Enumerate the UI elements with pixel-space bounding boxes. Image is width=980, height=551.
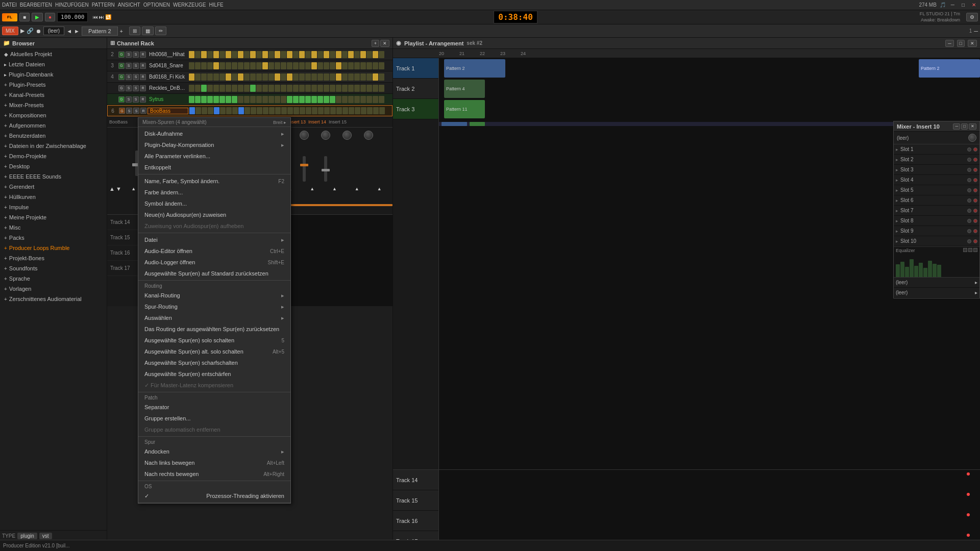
context-nach-rechts[interactable]: Nach rechts bewegen Alt+Right (138, 468, 290, 480)
pad[interactable] (244, 107, 250, 114)
pad[interactable] (207, 62, 213, 69)
pad[interactable] (207, 96, 213, 103)
sidebar-item-kompositionen[interactable]: + Kompositionen (0, 110, 107, 120)
pad[interactable] (287, 62, 292, 69)
pad[interactable] (238, 96, 243, 103)
pad[interactable] (256, 51, 262, 58)
pad[interactable] (250, 73, 256, 81)
pad[interactable] (379, 73, 384, 81)
context-prozessor-threading[interactable]: Prozessor-Threading aktivieren (138, 490, 290, 502)
pad[interactable] (238, 73, 243, 81)
sidebar-item-desktop[interactable]: + Desktop (0, 161, 107, 171)
mute-button[interactable]: G (118, 96, 125, 103)
pad[interactable] (300, 107, 305, 114)
rec-button[interactable]: R (140, 63, 146, 69)
menu-hinzufuegen[interactable]: HINZUFÜGEN (55, 2, 89, 8)
pad[interactable] (275, 73, 280, 81)
context-symbol-aendern[interactable]: Symbol ändern... (138, 198, 290, 209)
nav-left[interactable]: ◄ (66, 28, 72, 34)
snap-button[interactable]: ⊞ (129, 27, 140, 35)
pad[interactable] (244, 62, 250, 69)
pad[interactable] (336, 73, 341, 81)
pad[interactable] (262, 62, 268, 69)
pad[interactable] (342, 85, 348, 92)
pad[interactable] (317, 85, 323, 92)
pad[interactable] (317, 96, 323, 103)
pad[interactable] (269, 107, 275, 114)
pad[interactable] (360, 51, 366, 58)
pad[interactable] (317, 73, 323, 81)
rec-button[interactable]: R (140, 74, 146, 80)
playlist-close[interactable]: ✕ (968, 40, 977, 47)
pad[interactable] (201, 96, 207, 103)
fader-track[interactable] (303, 156, 306, 182)
mixer-min[interactable]: ─ (953, 123, 960, 130)
pad[interactable] (195, 85, 201, 92)
context-farbe-aendern[interactable]: Farbe ändern... (138, 187, 290, 198)
fader-track[interactable] (324, 156, 327, 182)
rec-button[interactable]: R (140, 85, 146, 91)
pad[interactable] (324, 85, 329, 92)
pad[interactable] (238, 85, 243, 92)
mixer-slot-4[interactable]: ▸ Slot 4 (894, 175, 979, 185)
pad[interactable] (226, 73, 231, 81)
pad[interactable] (250, 51, 256, 58)
context-routing-zurueck[interactable]: Das Routing der ausgewählten Spur(en) zu… (138, 323, 290, 335)
menu-pattern[interactable]: PATTERN (92, 2, 115, 8)
eq-btn2[interactable] (968, 248, 972, 252)
sidebar-item-plugin-presets[interactable]: + Plugin-Presets (0, 80, 107, 90)
pad[interactable] (360, 85, 366, 92)
pad[interactable] (330, 51, 335, 58)
pad[interactable] (201, 73, 207, 81)
pad[interactable] (281, 62, 286, 69)
pad[interactable] (311, 51, 317, 58)
pad[interactable] (219, 85, 225, 92)
pad[interactable] (312, 107, 317, 114)
pad[interactable] (275, 96, 280, 103)
pad[interactable] (238, 62, 243, 69)
pad[interactable] (299, 73, 305, 81)
mixer-close[interactable]: ✕ (969, 123, 976, 130)
pad[interactable] (281, 85, 286, 92)
pad[interactable] (293, 107, 299, 114)
fader-up-icon[interactable]: ▲ (332, 186, 337, 191)
scroll-down-icon[interactable]: ▼ (116, 186, 121, 192)
pad[interactable] (305, 51, 311, 58)
pad[interactable] (366, 96, 372, 103)
pad[interactable] (268, 73, 274, 81)
solo-button[interactable]: S (126, 108, 132, 114)
pad[interactable] (281, 73, 286, 81)
pad[interactable] (201, 62, 207, 69)
send-knob[interactable] (342, 131, 352, 140)
pad[interactable] (305, 85, 311, 92)
pad[interactable] (214, 107, 219, 114)
menu-werkzeuge[interactable]: WERKZEUGE (173, 2, 206, 8)
solo2-button[interactable]: S (133, 74, 139, 80)
bpm-display[interactable]: 100.000 (57, 12, 88, 22)
pad[interactable] (293, 96, 299, 103)
pad[interactable] (238, 107, 244, 114)
play-button[interactable]: ▶ (32, 13, 43, 21)
menu-datei[interactable]: DATEI (2, 2, 17, 8)
send-slot-2[interactable]: (leer) ▸ (894, 288, 979, 298)
pad[interactable] (324, 96, 329, 103)
solo-button[interactable]: S (126, 85, 132, 91)
pad[interactable] (354, 51, 360, 58)
mixer-slot-2[interactable]: ▸ Slot 2 (894, 155, 979, 165)
pad[interactable] (379, 62, 384, 69)
minimize-btn[interactable]: ─ (949, 2, 957, 8)
pad[interactable] (336, 85, 341, 92)
pad[interactable] (306, 107, 311, 114)
sidebar-item-impulse[interactable]: + Impulse (0, 202, 107, 212)
context-neuen-audiospur[interactable]: Neue(n) Audiospur(en) zuweisen (138, 209, 290, 220)
pad[interactable] (342, 107, 348, 114)
pad[interactable] (293, 73, 299, 81)
solo2-button[interactable]: S (133, 52, 139, 58)
playlist-maximize[interactable]: □ (957, 40, 965, 47)
pad[interactable] (317, 62, 323, 69)
pad[interactable] (251, 107, 256, 114)
send-slot-1[interactable]: (leer) ▸ (894, 278, 979, 288)
pad[interactable] (299, 51, 305, 58)
fader-up-icon[interactable]: ▲ (131, 186, 136, 191)
pad[interactable] (336, 51, 341, 58)
